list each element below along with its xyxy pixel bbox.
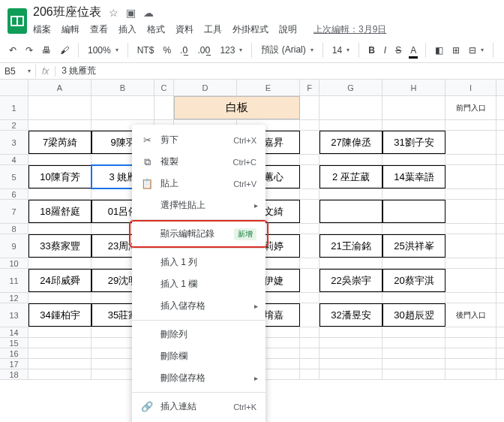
seat-cell[interactable]: 27陳偉丞 [320,131,382,154]
cell[interactable] [320,369,382,379]
cell[interactable] [28,327,92,337]
cell[interactable] [92,96,154,119]
cell[interactable] [382,359,446,369]
cell[interactable] [320,359,382,369]
seat-cell[interactable]: 21王渝銘 [320,234,382,258]
seat-cell[interactable]: 31劉子安 [382,131,446,154]
cell[interactable] [28,155,92,164]
row-header-17[interactable]: 17 [0,359,28,369]
row-header-4[interactable]: 4 [0,155,28,164]
ctx-insert-col[interactable]: 插入 1 欄 [132,273,266,295]
cloud-icon[interactable]: ☁ [143,7,154,19]
cell[interactable] [300,224,320,234]
cell[interactable] [320,258,382,268]
seat-cell[interactable]: 22吳崇宇 [320,269,382,292]
row-header-11[interactable]: 11 [0,269,28,292]
ctx-get-link[interactable]: 取得這個儲存格的連結 [132,417,266,422]
cell[interactable] [320,224,382,234]
last-edit-link[interactable]: 上次編輯：3月9日 [314,23,386,36]
seat-cell[interactable]: 7梁芮綺 [28,131,92,154]
formula-input[interactable]: 3 姚雁荒 [56,63,504,79]
menu-view[interactable]: 查看 [90,23,108,36]
cell[interactable] [320,96,382,119]
seat-cell[interactable]: 10陳育芳 [28,165,92,188]
cell[interactable] [300,369,320,379]
cell[interactable] [28,293,92,303]
ctx-show-edit-history[interactable]: 顯示編輯記錄 新增 [132,223,266,245]
row-header-15[interactable]: 15 [0,338,28,348]
seat-cell[interactable]: 34鍾柏宇 [28,303,92,327]
print-button[interactable]: 🖶 [39,42,54,59]
cell[interactable] [446,234,496,258]
cell[interactable] [320,293,382,303]
seat-cell[interactable]: 32潘昱安 [320,303,382,327]
cell[interactable] [382,369,446,379]
ctx-insert-link[interactable]: 🔗 插入連結 Ctrl+K [132,396,266,417]
row-header-1[interactable]: 1 [0,96,28,119]
ctx-delete-row[interactable]: 刪除列 [132,324,266,345]
back-door-label[interactable]: 後門入口 [446,303,496,327]
percent-button[interactable]: % [160,42,174,59]
inc-decimal-button[interactable]: .00̲ [194,42,214,59]
cell[interactable] [446,338,496,348]
col-header-F[interactable]: F [300,80,320,95]
seat-cell[interactable]: 33蔡家豐 [28,234,92,258]
cell[interactable] [382,155,446,164]
menu-edit[interactable]: 編輯 [62,23,80,36]
seat-cell[interactable]: 2 巫芷葳 [320,165,382,188]
row-header-10[interactable]: 10 [0,258,28,268]
select-all-corner[interactable] [0,80,28,95]
cell[interactable] [300,200,320,223]
cell[interactable] [446,200,496,223]
row-header-3[interactable]: 3 [0,131,28,154]
text-color-button[interactable]: A [407,42,419,59]
row-header-2[interactable]: 2 [0,120,28,130]
cell[interactable] [300,303,320,327]
seat-cell[interactable]: 25洪祥峯 [382,234,446,258]
col-header-D[interactable]: D [174,80,237,95]
ctx-insert-cells[interactable]: 插入儲存格 [132,295,266,317]
cell[interactable] [382,120,446,130]
cell[interactable] [28,338,92,348]
cell[interactable] [446,327,496,337]
cell[interactable] [300,293,320,303]
cell[interactable] [320,155,382,164]
row-header-9[interactable]: 9 [0,234,28,258]
menu-addons[interactable]: 外掛程式 [232,23,268,36]
menu-data[interactable]: 資料 [176,23,194,36]
seat-cell[interactable]: 14葉幸語 [382,165,446,188]
col-header-G[interactable]: G [320,80,382,95]
cell[interactable] [320,348,382,358]
cell[interactable] [28,348,92,358]
name-box[interactable]: B5 [0,65,36,78]
col-header-E[interactable]: E [237,80,300,95]
move-icon[interactable]: ▣ [126,7,136,19]
ctx-paste-special[interactable]: 選擇性貼上 [132,194,266,216]
cell[interactable] [446,189,496,199]
cell[interactable] [446,224,496,234]
cell[interactable] [382,189,446,199]
whiteboard-cell[interactable]: 白板 [174,96,300,119]
cell[interactable] [300,96,320,119]
cell[interactable] [320,338,382,348]
cell[interactable] [300,165,320,188]
row-header-12[interactable]: 12 [0,293,28,303]
col-header-C[interactable]: C [154,80,174,95]
cell[interactable] [320,189,382,199]
cell[interactable] [446,359,496,369]
cell[interactable] [300,269,320,292]
bold-button[interactable]: B [365,42,378,59]
col-header-B[interactable]: B [92,80,154,95]
cell[interactable] [382,96,446,119]
row-header-14[interactable]: 14 [0,327,28,337]
cell[interactable] [382,200,446,223]
cell[interactable] [28,359,92,369]
cell[interactable] [28,369,92,379]
menu-format[interactable]: 格式 [147,23,165,36]
cell[interactable] [28,96,92,119]
cell[interactable] [446,120,496,130]
cell[interactable] [382,348,446,358]
cell[interactable] [300,189,320,199]
cell[interactable] [382,258,446,268]
row-header-7[interactable]: 7 [0,200,28,223]
